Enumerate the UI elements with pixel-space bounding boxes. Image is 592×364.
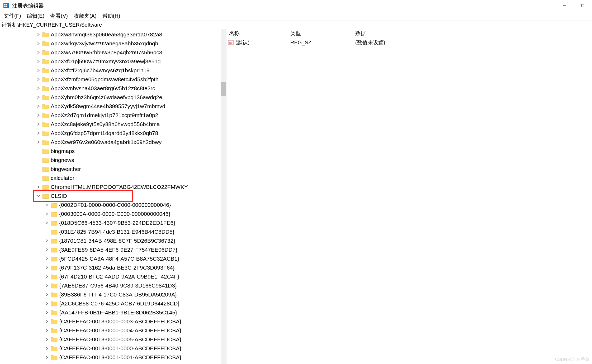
tree-node[interactable]: calculator [0,174,221,183]
chevron-down-icon[interactable] [36,193,41,199]
tree-node[interactable]: {7AE6DE87-C956-4B40-9C89-3D166C9841D3} [0,281,221,290]
tree-node[interactable]: {CAFEEFAC-0013-0000-0003-ABCDEFFEDCBA} [0,317,221,326]
chevron-right-icon[interactable] [36,104,41,109]
tree-node-label: bingmaps [51,148,75,154]
chevron-right-icon[interactable] [36,32,41,37]
tree-node[interactable]: AppXxfzmfpme06qpdmsvw8etc4vd5sb2fpth [0,75,221,84]
tree-node-label: {679F137C-3162-45da-BE3C-2F9C3D093F64} [59,265,175,271]
col-header-name[interactable]: 名称 [226,30,288,37]
chevron-right-icon[interactable] [44,202,50,208]
tree-node[interactable]: {031E4825-7B94-4dc3-B131-E946B44C8DD5} [0,227,221,236]
tree-node[interactable]: CLSID [0,191,221,200]
tree-node[interactable]: AppXzwr976v2e060wada4gabrk1x69h2dbwy [0,138,221,147]
folder-icon [51,282,58,289]
tree-node[interactable]: ChromeHTML.MRDPOOOTABG42EWBLCO22FMWKY [0,183,221,191]
tree-node-label: {A2C6CB58-C076-425C-ACB7-6D19D64428CD} [59,300,179,307]
tree-node[interactable]: {5FCD4425-CA3A-48F4-A57C-B8A75C32ACB1} [0,254,221,263]
tree-node[interactable]: AppXzc8ajeke9yt5s0y88h6hvwqd556b4bma [0,120,221,129]
chevron-right-icon[interactable] [36,131,41,136]
value-row[interactable]: (默认)REG_SZ(数值未设置) [226,38,592,47]
folder-icon [42,130,49,136]
chevron-right-icon[interactable] [36,113,41,118]
tree-node-label: AppXw3nvmqt363p060ea53qg33er1a0782a8 [51,31,162,38]
chevron-right-icon[interactable] [44,211,50,217]
tree-node[interactable]: AppXydk58wgm44se4b399557yyyj1w7mbmvd [0,102,221,111]
chevron-right-icon[interactable] [44,346,50,351]
tree-scrollbar[interactable] [221,29,226,364]
menu-file[interactable]: 文件(F) [4,12,21,20]
chevron-right-icon[interactable] [36,122,41,127]
tree-node-label: AppXzwr976v2e060wada4gabrk1x69h2dbwy [51,139,162,145]
tree-node[interactable]: {89B386F6-FFF4-17C0-C83A-DB95DA50209A} [0,290,221,299]
minimize-button[interactable] [555,0,574,11]
tree-node[interactable]: AppXw3nvmqt363p060ea53qg33er1a0782a8 [0,30,221,39]
chevron-right-icon[interactable] [44,283,50,288]
chevron-right-icon[interactable] [36,59,41,64]
tree-node-label: {018D5C66-4533-4307-9B53-224DE2ED1FE6} [59,220,175,226]
chevron-right-icon[interactable] [36,86,41,91]
tree-node-label: bingnews [51,157,74,163]
chevron-right-icon[interactable] [36,68,41,73]
chevron-right-icon[interactable] [44,256,50,261]
chevron-right-icon[interactable] [44,274,50,279]
menu-edit[interactable]: 编辑(E) [27,12,45,20]
chevron-right-icon[interactable] [44,265,50,270]
tree-node[interactable]: AppXws790r9w5rbb9w3p8p4qb2n97s5h6pc3 [0,48,221,57]
chevron-right-icon[interactable] [44,310,50,315]
tree-node[interactable]: {679F137C-3162-45da-BE3C-2F9C3D093F64} [0,263,221,272]
chevron-right-icon[interactable] [36,50,41,55]
chevron-right-icon[interactable] [44,301,50,306]
chevron-right-icon[interactable] [44,238,50,243]
col-header-data[interactable]: 数据 [353,30,592,37]
maximize-button[interactable] [574,0,592,11]
chevron-right-icon[interactable] [44,328,50,333]
tree-node[interactable]: bingweather [0,165,221,174]
tree-node[interactable]: {A2C6CB58-C076-425C-ACB7-6D19D64428CD} [0,299,221,308]
tree-node[interactable]: {CAFEEFAC-0013-0000-0005-ABCDEFFEDCBA} [0,335,221,344]
tree-node[interactable]: {3AE9FE89-8DA5-4EF6-9E27-F7547EE06DD7} [0,245,221,254]
tree-node[interactable]: AppXxfctf2rqj6c7b4wrvys6zq1bskprrn19 [0,66,221,75]
col-header-type[interactable]: 类型 [288,30,353,37]
chevron-right-icon[interactable] [36,184,41,190]
chevron-right-icon[interactable] [44,355,50,360]
tree-node[interactable]: AppXzg6fdzp57dpmt1dqardd3y48kkx0qb78 [0,129,221,138]
chevron-right-icon[interactable] [44,292,50,297]
tree-node[interactable]: AppXxvnbvsna403aer8rg6v5h12z8c8te2rc [0,84,221,93]
chevron-right-icon[interactable] [44,247,50,252]
chevron-right-icon[interactable] [36,140,41,145]
tree-node[interactable]: bingmaps [0,147,221,156]
menu-view[interactable]: 查看(V) [50,12,68,20]
tree-node[interactable]: {67F4D210-BFC2-4ADD-9A2A-C9B9E1F42C4F} [0,272,221,281]
tree-node[interactable]: {018D5C66-4533-4307-9B53-224DE2ED1FE6} [0,218,221,227]
menu-favorites[interactable]: 收藏夹(A) [74,12,97,20]
folder-icon [51,309,58,316]
chevron-right-icon[interactable] [36,41,41,46]
chevron-right-icon[interactable] [36,95,41,100]
chevron-right-icon[interactable] [44,319,50,324]
expander-placeholder [44,229,50,234]
tree-node[interactable]: AppXybm0hz3h6qr4z6wdaaefvpq136awdq2e [0,93,221,102]
tree-node[interactable]: {CAFEEFAC-0013-0001-0000-ABCDEFFEDCBA} [0,344,221,353]
address-bar[interactable]: 计算机\HKEY_CURRENT_USER\Software [0,21,592,29]
folder-icon [42,175,49,181]
tree-node[interactable]: {18701C81-34AB-498E-8C7F-5D26B9C36732} [0,236,221,245]
tree-node[interactable]: {AA147FFB-0B1F-4BB1-9B1E-8D062B35C145} [0,308,221,317]
tree-node[interactable]: AppXwrkgv3vjytw2z92anega8abb35xqdnqh [0,39,221,48]
tree-node[interactable]: AppXz2d7qm1dmekjyt1p721ccpt9mfr1a0p2 [0,111,221,120]
chevron-right-icon[interactable] [44,337,50,342]
tree-node[interactable]: bingnews [0,156,221,165]
tree-node-label: {CAFEEFAC-0013-0000-0005-ABCDEFFEDCBA} [59,336,181,343]
tree-node[interactable]: {0002DF01-0000-0000-C000-000000000046} [0,200,221,209]
folder-icon [51,220,58,226]
tree-node[interactable]: {CAFEEFAC-0013-0001-0001-ABCDEFFEDCBA} [0,353,221,362]
tree-node[interactable]: AppXxf01pj590w7z9mxmyv3nx0a9ewj3e51g [0,57,221,66]
scrollbar-thumb[interactable] [221,82,226,96]
menu-help[interactable]: 帮助(H) [102,12,120,20]
folder-icon [51,318,58,325]
tree-node[interactable]: {CAFEEFAC-0013-0000-0004-ABCDEFFEDCBA} [0,326,221,335]
tree-node[interactable]: {0003000A-0000-0000-C000-000000000046} [0,209,221,218]
menubar: 文件(F) 编辑(E) 查看(V) 收藏夹(A) 帮助(H) [0,11,592,21]
folder-icon [51,265,58,271]
chevron-right-icon[interactable] [44,220,50,226]
chevron-right-icon[interactable] [36,77,41,82]
